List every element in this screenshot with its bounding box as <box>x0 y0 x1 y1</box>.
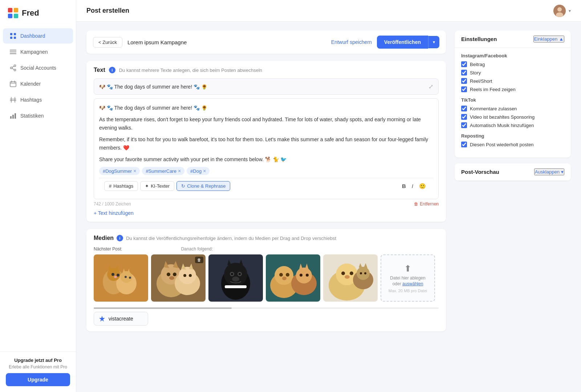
media-delete-1[interactable]: 🗑 <box>195 257 203 263</box>
checkbox-kommentare-input[interactable] <box>461 106 467 111</box>
sidebar-item-social-accounts[interactable]: Social Accounts <box>3 60 73 75</box>
calendar-icon <box>9 80 17 87</box>
sidebar-item-hashtags-label: Hashtags <box>20 97 42 103</box>
sidebar-item-kampagnen[interactable]: Kampagnen <box>3 44 73 60</box>
share-icon <box>9 64 17 72</box>
media-thumb-3[interactable] <box>266 254 320 302</box>
sidebar-item-kalender[interactable]: Kalender <box>3 76 73 91</box>
svg-rect-1 <box>14 8 18 12</box>
svg-rect-7 <box>14 37 16 39</box>
vistacreate-button[interactable]: vistacreate <box>94 312 148 326</box>
save-draft-button[interactable]: Entwurf speichern <box>331 39 372 45</box>
upgrade-button[interactable]: Upgrade <box>6 373 70 386</box>
svg-point-12 <box>11 67 12 69</box>
svg-point-60 <box>224 263 247 286</box>
hashtag-remove-0[interactable]: × <box>133 168 136 174</box>
then-label: Danach folgend: <box>181 246 213 252</box>
svg-point-66 <box>239 273 241 275</box>
settings-title: Einstellungen <box>461 36 497 42</box>
checkbox-musik-input[interactable] <box>461 122 467 128</box>
svg-point-73 <box>286 273 289 277</box>
instagram-facebook-section: Instagram/Facebook Beitrag Story <box>461 53 564 92</box>
navigation: Dashboard Kampagnen Social Accounts <box>0 25 76 351</box>
app-name: Fred <box>22 8 39 18</box>
checkbox-beitrag-input[interactable] <box>461 61 467 67</box>
info-icon: i <box>109 67 115 73</box>
svg-point-74 <box>282 277 287 280</box>
media-thumb-1[interactable]: 🗑 <box>151 254 206 302</box>
checkbox-sponsored-input[interactable] <box>461 114 467 120</box>
italic-button[interactable]: I <box>410 181 415 191</box>
svg-line-15 <box>12 68 14 70</box>
user-menu[interactable]: ▾ <box>553 5 571 17</box>
upload-area[interactable]: ⬆ Datei hier ablegen oder auswählen Max.… <box>381 254 435 302</box>
page-title: Post erstellen <box>86 7 129 15</box>
main-area: Post erstellen ▾ < Zurück Lorem ipsum Ka… <box>76 0 581 392</box>
hashtag-remove-1[interactable]: × <box>178 168 181 174</box>
text-preview-bar[interactable]: 🐶 🐾 The dog days of summer are here! 🐾 🌻… <box>94 78 439 95</box>
media-thumb-2[interactable] <box>208 254 263 302</box>
upload-link[interactable]: auswählen <box>402 281 423 286</box>
checkbox-story-input[interactable] <box>461 70 467 75</box>
hashtags-row: #DogSummer × #SummerCare × #Dog × <box>99 167 433 175</box>
ai-icon: ✦ <box>145 183 149 189</box>
svg-rect-26 <box>15 113 16 119</box>
bold-button[interactable]: B <box>400 181 408 191</box>
hashtag-chip-2: #Dog × <box>187 167 210 175</box>
clone-rephrase-btn[interactable]: ↻ Clone & Rephrase <box>176 181 230 191</box>
svg-point-92 <box>364 272 366 274</box>
svg-point-43 <box>129 277 131 279</box>
back-button[interactable]: < Zurück <box>93 37 122 48</box>
checkbox-repost-input[interactable] <box>461 142 467 147</box>
add-text-button[interactable]: + Text hinzufügen <box>86 210 446 222</box>
top-bar: Post erstellen ▾ <box>76 0 581 22</box>
collapse-settings-button[interactable]: Einklappen ▲ <box>533 36 564 42</box>
emoji-button[interactable]: 🙂 <box>417 181 428 191</box>
svg-point-65 <box>231 273 233 275</box>
publish-caret-button[interactable]: ▾ <box>428 36 439 48</box>
text-line1: 🐶 🐾 The dog days of summer are here! 🐾 🌻 <box>99 104 433 112</box>
left-column: < Zurück Lorem ipsum Kampagne Entwurf sp… <box>86 30 446 339</box>
media-header: Medien i Du kannst die Veröffentlichungs… <box>94 235 439 241</box>
checkbox-sponsored: Video ist bezahltes Sponsoring <box>461 114 564 120</box>
tiktok-section: TikTok Kommentare zulassen Video ist bez… <box>461 97 564 128</box>
publish-button[interactable]: Veröffentlichen <box>377 36 428 49</box>
sidebar-item-statistiken[interactable]: Statistiken <box>3 108 73 123</box>
media-section-card: Medien i Du kannst die Veröffentlichungs… <box>86 229 446 331</box>
checkbox-story: Story <box>461 70 564 75</box>
remove-text-button[interactable]: 🗑 Entfernen <box>414 201 439 207</box>
logo-area: Fred <box>0 0 76 25</box>
settings-card: Einstellungen Einklappen ▲ Instagram/Fac… <box>455 30 571 158</box>
checkbox-reels-feed: Reels im Feed zeigen <box>461 86 564 92</box>
checkbox-kommentare: Kommentare zulassen <box>461 106 564 111</box>
upload-limit: Max. 20 MB pro Datei <box>389 289 427 293</box>
hashtags-toolbar-btn[interactable]: # Hashtags <box>104 181 138 191</box>
sidebar-item-dashboard[interactable]: Dashboard <box>3 28 73 44</box>
svg-point-50 <box>173 273 176 276</box>
svg-rect-24 <box>10 116 12 119</box>
checkbox-reels-feed-input[interactable] <box>461 86 467 92</box>
sidebar-item-hashtags[interactable]: Hashtags <box>3 92 73 107</box>
checkbox-musik-label: Automatisch Musik hinzufügen <box>470 123 534 128</box>
settings-card-header: Einstellungen Einklappen ▲ <box>455 30 571 48</box>
sidebar-item-kampagnen-label: Kampagnen <box>20 49 48 55</box>
hashtag-chip-label-1: #SummerCare <box>146 168 176 174</box>
format-buttons: B I 🙂 <box>400 181 428 191</box>
svg-point-84 <box>341 271 345 275</box>
upgrade-subtitle: Erlebe alle Funktionen mit Pro <box>6 364 70 369</box>
ai-texter-btn[interactable]: ✦ KI-Texter <box>140 181 174 191</box>
svg-point-86 <box>345 275 350 279</box>
hashtag-remove-2[interactable]: × <box>203 168 206 174</box>
sidebar-item-social-accounts-label: Social Accounts <box>20 65 56 71</box>
media-thumb-0[interactable] <box>94 254 148 302</box>
svg-point-85 <box>350 271 353 275</box>
media-thumb-img-4 <box>323 254 378 302</box>
media-labels: Nächster Post: Danach folgend: <box>94 246 439 252</box>
hashtag-chip-label-0: #DogSummer <box>103 168 132 174</box>
expand-icon: ▾ <box>561 169 564 175</box>
list-icon <box>9 48 17 56</box>
media-thumb-4[interactable] <box>323 254 378 302</box>
expand-preview-button[interactable]: Ausklappen ▾ <box>534 168 564 175</box>
checkbox-reel-input[interactable] <box>461 78 467 84</box>
svg-rect-25 <box>12 115 14 119</box>
